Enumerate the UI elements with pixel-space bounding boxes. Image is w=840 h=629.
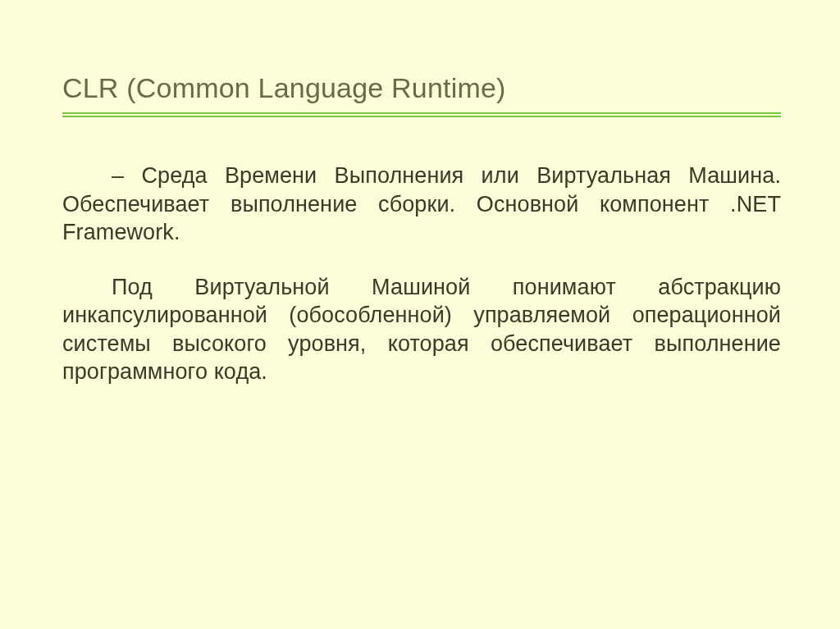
paragraph-1: – Среда Времени Выполнения или Виртуальн… xyxy=(62,162,781,247)
slide-title: CLR (Common Language Runtime) xyxy=(62,72,781,104)
paragraph-2: Под Виртуальной Машиной понимают абстрак… xyxy=(62,273,781,386)
slide-container: CLR (Common Language Runtime) – Среда Вр… xyxy=(0,0,840,629)
title-underline xyxy=(62,112,781,117)
slide-content: – Среда Времени Выполнения или Виртуальн… xyxy=(62,162,781,386)
